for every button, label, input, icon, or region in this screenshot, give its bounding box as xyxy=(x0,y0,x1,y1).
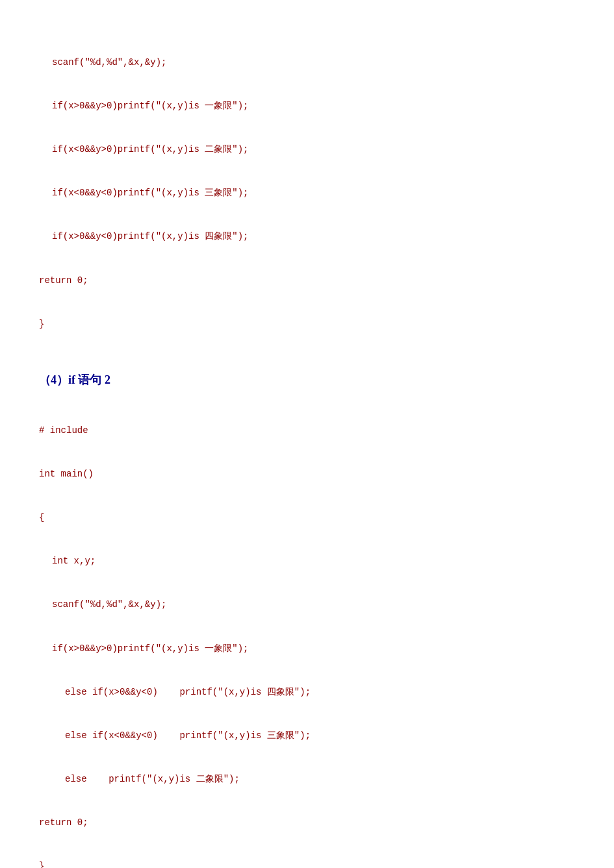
page-content: scanf("%d,%d",&x,&y); if(x>0&&y>0)printf… xyxy=(39,26,575,868)
section-4-heading: （4）if 语句 2 xyxy=(39,372,575,388)
code-line: if(x>0&&y>0)printf("(x,y)is 一象限"); xyxy=(39,641,575,656)
code-line: { xyxy=(39,510,575,525)
code-line: else if(x>0&&y<0) printf("(x,y)is 四象限"); xyxy=(39,685,575,699)
code-line: else if(x<0&&y<0) printf("(x,y)is 三象限"); xyxy=(39,728,575,743)
code-line: if(x<0&&y<0)printf("(x,y)is 三象限"); xyxy=(39,186,575,200)
code-line: if(x<0&&y>0)printf("(x,y)is 二象限"); xyxy=(39,142,575,156)
section-4: （4）if 语句 2 # include int main() { int x,… xyxy=(39,372,575,868)
code-line: # include xyxy=(39,423,575,438)
code-line: } xyxy=(39,317,575,331)
code-line: int x,y; xyxy=(39,554,575,568)
code-line: return 0; xyxy=(39,273,575,288)
code-line: scanf("%d,%d",&x,&y); xyxy=(39,55,575,69)
code-line: return 0; xyxy=(39,815,575,830)
code-line: } xyxy=(39,859,575,868)
code-line: if(x>0&&y>0)printf("(x,y)is 一象限"); xyxy=(39,99,575,113)
top-code-block: scanf("%d,%d",&x,&y); if(x>0&&y>0)printf… xyxy=(39,26,575,360)
code-line: int main() xyxy=(39,467,575,481)
code-line: if(x>0&&y<0)printf("(x,y)is 四象限"); xyxy=(39,229,575,243)
code-line: else printf("(x,y)is 二象限"); xyxy=(39,772,575,786)
code-line: scanf("%d,%d",&x,&y); xyxy=(39,597,575,612)
